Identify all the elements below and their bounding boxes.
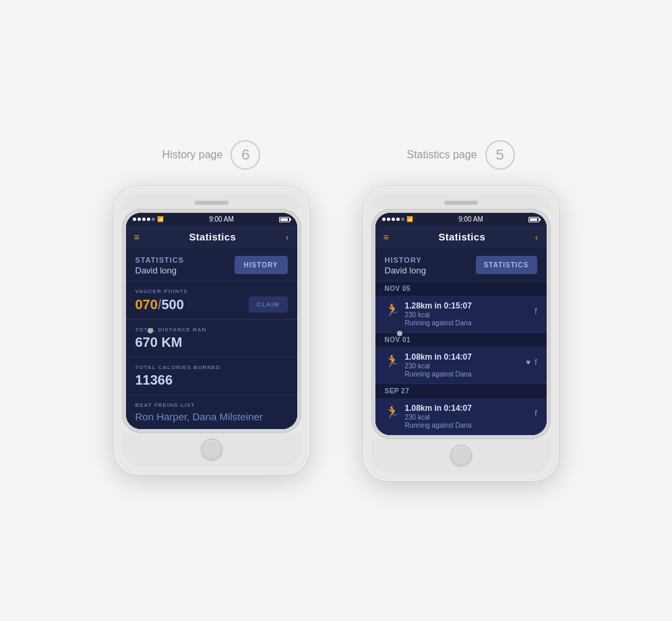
run-title-nov05: 1.28km in 0:15:07: [405, 301, 530, 310]
left-page-label-text: History page: [162, 149, 223, 161]
claim-row: 070/500 CLAIM: [135, 296, 288, 313]
right-wifi-icon: 📶: [406, 216, 413, 222]
run-icon-nov01: 🏃: [385, 354, 400, 368]
right-battery: [528, 217, 539, 222]
left-nav-bar: ≡ Statistics ‹: [126, 226, 297, 248]
left-time: 9:00 AM: [209, 216, 234, 223]
distance-row: TOTAL DISTANCE RAN 670 KM: [126, 320, 297, 358]
vaucer-current: 070: [135, 297, 158, 312]
right-signal: 📶: [382, 216, 413, 222]
right-status-bar: 📶 9:00 AM: [375, 213, 547, 226]
right-hamburger-icon[interactable]: ≡: [384, 232, 389, 242]
left-back-icon[interactable]: ‹: [286, 232, 289, 242]
run-title-sep27: 1.08km in 0:14:07: [405, 403, 530, 413]
right-phone-inner: 📶 9:00 AM ≡ Statistics ‹: [371, 209, 551, 439]
vaucer-label: VAUCER POINTS: [135, 288, 288, 294]
beat-friend-row: BEAT FREIND LIST Ron Harper, Dana Milste…: [126, 395, 297, 429]
heart-icon-nov01[interactable]: ♥: [526, 358, 530, 367]
right-screen-content: HISTORY David long STATISTICS NOV 05 🏃: [375, 248, 547, 435]
vaucer-total: 500: [161, 297, 183, 312]
run-icon-sep27: 🏃: [385, 405, 400, 420]
left-hamburger-icon[interactable]: ≡: [134, 232, 140, 242]
left-phone-frame: 📶 9:00 AM ≡ Statistics ‹: [114, 186, 309, 475]
left-signal: 📶: [133, 216, 164, 222]
right-phone-bottom: [371, 439, 551, 473]
vaucer-points-row: VAUCER POINTS 070/500 CLAIM: [126, 282, 297, 320]
right-home-button[interactable]: [450, 445, 472, 466]
right-back-icon[interactable]: ‹: [535, 232, 539, 242]
right-phone-frame: 📶 9:00 AM ≡ Statistics ‹: [363, 186, 559, 481]
right-nav-title: Statistics: [438, 231, 485, 242]
facebook-icon-sep27[interactable]: f: [534, 409, 537, 418]
left-nav-title: Statistics: [189, 231, 236, 242]
statistics-button[interactable]: STATISTICS: [476, 256, 537, 274]
right-camera: [397, 331, 402, 336]
stats-username: David long: [135, 265, 185, 275]
run-opponent-sep27: Running against Dana: [405, 422, 530, 429]
stats-section-label: STATISTICS: [135, 256, 185, 264]
run-actions-nov01: ♥ f: [526, 358, 537, 367]
run-entry-nov05: 🏃 1.28km in 0:15:07 230 kcal Running aga…: [375, 296, 547, 333]
claim-button[interactable]: CLAIM: [249, 296, 288, 313]
history-button[interactable]: HISTORY: [235, 256, 288, 274]
history-username: David long: [385, 265, 426, 275]
right-speaker: [444, 201, 478, 205]
left-camera: [148, 328, 153, 333]
left-phone-top: [122, 194, 301, 209]
right-time: 9:00 AM: [458, 216, 483, 223]
run-details-nov01: 1.08km in 0:14:07 230 kcal Running again…: [405, 352, 521, 378]
page-wrapper: History page 6: [73, 113, 599, 508]
beat-label: BEAT FREIND LIST: [135, 402, 288, 408]
right-page-label: Statistics page 5: [406, 140, 514, 170]
date-header-nov05: NOV 05: [375, 282, 547, 296]
facebook-icon-nov05[interactable]: f: [534, 306, 537, 316]
run-icon-nov05: 🏃: [385, 302, 400, 317]
run-opponent-nov05: Running against Dana: [405, 319, 530, 327]
right-screen: 📶 9:00 AM ≡ Statistics ‹: [375, 213, 547, 435]
run-opponent-nov01: Running against Dana: [405, 370, 521, 378]
run-kcal-sep27: 230 kcal: [405, 414, 530, 421]
calories-value: 11366: [135, 372, 288, 388]
run-actions-sep27: f: [534, 409, 537, 418]
history-section-label: HISTORY: [385, 256, 426, 264]
run-entry-sep27: 🏃 1.08km in 0:14:07 230 kcal Running aga…: [375, 398, 547, 435]
vaucer-value: 070/500: [135, 297, 184, 313]
run-entry-nov01: 🏃 1.08km in 0:14:07 230 kcal Running aga…: [375, 347, 547, 384]
right-page-label-text: Statistics page: [406, 149, 477, 161]
left-speaker: [195, 201, 228, 205]
right-nav-bar: ≡ Statistics ‹: [375, 226, 547, 248]
wifi-icon: 📶: [157, 216, 164, 222]
date-header-sep27: SEP 27: [375, 384, 547, 398]
stats-title-block: STATISTICS David long: [135, 256, 185, 275]
run-kcal-nov01: 230 kcal: [405, 362, 521, 370]
left-page-label: History page 6: [162, 140, 261, 170]
left-phone-section: History page 6: [114, 140, 309, 475]
run-details-nov05: 1.28km in 0:15:07 230 kcal Running again…: [405, 301, 530, 327]
run-actions-nov05: f: [534, 306, 537, 316]
left-phone-bottom: [122, 433, 301, 467]
stats-header: STATISTICS David long HISTORY: [126, 248, 297, 282]
facebook-icon-nov01[interactable]: f: [534, 358, 537, 367]
left-screen-content: STATISTICS David long HISTORY VAUCER POI…: [126, 248, 297, 429]
beat-names: Ron Harper, Dana Milsteiner: [135, 411, 288, 422]
left-phone-inner: 📶 9:00 AM ≡ Statistics ‹: [122, 209, 301, 433]
left-battery: [279, 217, 290, 222]
run-title-nov01: 1.08km in 0:14:07: [405, 352, 521, 362]
run-kcal-nov05: 230 kcal: [405, 311, 530, 319]
left-home-button[interactable]: [201, 438, 222, 460]
distance-value: 670 KM: [135, 335, 288, 350]
calories-row: TOTAL CALORIES BURNED 11366: [126, 358, 297, 395]
history-header: HISTORY David long STATISTICS: [375, 248, 547, 282]
left-screen: 📶 9:00 AM ≡ Statistics ‹: [126, 213, 297, 429]
left-page-number: 6: [231, 140, 260, 170]
left-status-bar: 📶 9:00 AM: [126, 213, 297, 226]
history-title-block: HISTORY David long: [385, 256, 426, 275]
right-page-number: 5: [485, 140, 515, 170]
right-phone-top: [371, 194, 551, 209]
distance-label: TOTAL DISTANCE RAN: [135, 327, 288, 333]
calories-label: TOTAL CALORIES BURNED: [135, 364, 288, 370]
right-phone-section: Statistics page 5: [363, 140, 559, 481]
run-details-sep27: 1.08km in 0:14:07 230 kcal Running again…: [405, 403, 530, 429]
